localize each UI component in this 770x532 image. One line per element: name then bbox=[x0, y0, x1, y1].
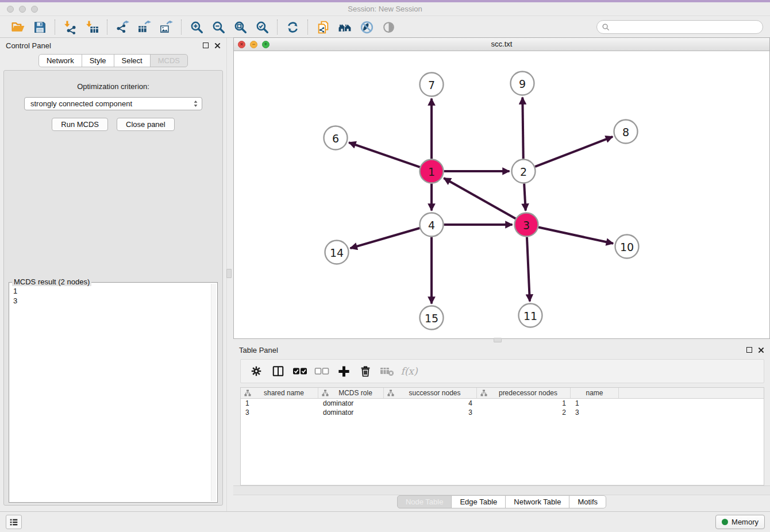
graph-edge-3-11[interactable] bbox=[527, 237, 530, 301]
tab-mcds[interactable]: MCDS bbox=[150, 54, 188, 67]
tab-style[interactable]: Style bbox=[82, 54, 114, 67]
float-table-panel-icon[interactable] bbox=[746, 347, 752, 353]
horizontal-splitter-handle[interactable] bbox=[494, 338, 502, 342]
graph-edge-2-3[interactable] bbox=[524, 183, 526, 210]
birds-eye-view-button[interactable] bbox=[378, 18, 399, 36]
zoom-selected-icon bbox=[255, 20, 270, 34]
export-table-icon bbox=[137, 20, 152, 34]
column-header-shared-name[interactable]: shared name bbox=[241, 388, 318, 398]
float-panel-icon[interactable] bbox=[203, 43, 209, 48]
app-minimize-button[interactable] bbox=[19, 6, 26, 13]
import-network-button[interactable] bbox=[59, 18, 81, 36]
main-toolbar bbox=[0, 17, 770, 38]
first-neighbors-button[interactable] bbox=[334, 18, 356, 36]
tab-network[interactable]: Network bbox=[38, 54, 82, 67]
cell-successor-nodes[interactable]: 4 bbox=[384, 399, 477, 407]
table-row[interactable]: 3 dominator 3 2 3 bbox=[241, 408, 764, 417]
graph-edge-4-14[interactable] bbox=[351, 228, 420, 248]
graph-edge-2-9[interactable] bbox=[522, 97, 523, 159]
tab-motifs[interactable]: Motifs bbox=[569, 495, 606, 508]
export-network-button[interactable] bbox=[111, 18, 133, 36]
deselect-all-button[interactable] bbox=[312, 363, 332, 380]
cell-predecessor-nodes[interactable]: 2 bbox=[477, 408, 571, 417]
node-table: shared name MCDS role successor nodes pr… bbox=[240, 387, 764, 485]
checked-boxes-icon bbox=[292, 367, 307, 376]
close-table-panel-icon[interactable] bbox=[758, 347, 764, 353]
graph-edge-1-6[interactable] bbox=[349, 142, 420, 167]
eye-icon bbox=[382, 20, 396, 34]
graph-edge-2-8[interactable] bbox=[535, 137, 613, 167]
window-maximize-button[interactable]: + bbox=[262, 41, 270, 48]
delete-column-button[interactable] bbox=[356, 363, 375, 380]
gear-icon bbox=[250, 365, 263, 377]
close-panel-icon[interactable] bbox=[214, 43, 221, 49]
add-column-button[interactable] bbox=[334, 363, 353, 380]
table-panel-title: Table Panel bbox=[239, 346, 278, 354]
column-header-name[interactable]: name bbox=[571, 388, 619, 398]
column-header-predecessor-nodes[interactable]: predecessor nodes bbox=[477, 388, 571, 398]
network-window-titlebar[interactable]: × − + scc.txt bbox=[234, 38, 769, 51]
zoom-out-button[interactable] bbox=[207, 18, 229, 36]
optimization-criterion-select[interactable]: strongly connected component bbox=[24, 97, 202, 110]
graph-node-label: 2 bbox=[520, 165, 527, 178]
cell-predecessor-nodes[interactable]: 1 bbox=[477, 399, 571, 407]
table-settings-button[interactable] bbox=[247, 363, 266, 380]
tab-select[interactable]: Select bbox=[114, 54, 151, 67]
toolbar-separator bbox=[55, 20, 55, 34]
zoom-selected-button[interactable] bbox=[251, 18, 273, 36]
cell-name[interactable]: 1 bbox=[571, 399, 619, 407]
cell-shared-name[interactable]: 3 bbox=[241, 408, 318, 417]
graph-node-label: 9 bbox=[519, 78, 526, 90]
search-input[interactable] bbox=[613, 23, 758, 32]
toolbar-separator bbox=[181, 20, 182, 34]
mcds-result-line: 1 bbox=[13, 286, 207, 296]
mcds-result-line: 3 bbox=[13, 296, 207, 306]
memory-button[interactable]: Memory bbox=[715, 515, 765, 529]
cell-successor-nodes[interactable]: 3 bbox=[384, 408, 477, 417]
vertical-splitter-handle[interactable] bbox=[226, 269, 232, 278]
cell-mcds-role[interactable]: dominator bbox=[318, 408, 384, 417]
graph-edge-3-10[interactable] bbox=[538, 228, 613, 244]
function-builder-button-disabled: f(x) bbox=[399, 363, 419, 380]
apply-layout-button[interactable] bbox=[282, 18, 303, 36]
save-session-button[interactable] bbox=[29, 18, 51, 36]
export-table-button[interactable] bbox=[133, 18, 155, 36]
zoom-in-button[interactable] bbox=[186, 18, 207, 36]
run-mcds-button[interactable]: Run MCDS bbox=[52, 118, 108, 131]
tab-network-table[interactable]: Network Table bbox=[505, 495, 569, 508]
delete-table-icon bbox=[380, 365, 395, 377]
window-close-button[interactable]: × bbox=[238, 41, 245, 48]
tab-node-table[interactable]: Node Table bbox=[397, 495, 452, 508]
table-panel: Table Panel bbox=[233, 342, 770, 511]
show-columns-button[interactable] bbox=[268, 363, 288, 380]
table-panel-footer-strip bbox=[233, 485, 770, 495]
toolbar-separator bbox=[277, 20, 278, 34]
window-minimize-button[interactable]: − bbox=[250, 41, 257, 48]
select-all-button[interactable] bbox=[290, 363, 310, 380]
cell-name[interactable]: 3 bbox=[571, 408, 619, 417]
cell-mcds-role[interactable]: dominator bbox=[318, 399, 384, 407]
cell-shared-name[interactable]: 1 bbox=[241, 399, 318, 407]
column-header-mcds-role[interactable]: MCDS role bbox=[318, 388, 384, 398]
import-table-button[interactable] bbox=[81, 18, 103, 36]
result-scrollbar[interactable] bbox=[211, 284, 216, 501]
column-header-successor-nodes[interactable]: successor nodes bbox=[384, 388, 477, 398]
network-canvas[interactable]: 1234678910111415 bbox=[234, 51, 769, 338]
status-bar: Memory bbox=[0, 511, 770, 532]
graph-edge-3-1[interactable] bbox=[444, 178, 515, 218]
task-history-button[interactable] bbox=[6, 515, 22, 529]
network-window-title: scc.txt bbox=[234, 38, 769, 51]
table-row[interactable]: 1 dominator 4 1 1 bbox=[241, 399, 764, 408]
list-icon bbox=[9, 517, 19, 527]
close-panel-button[interactable]: Close panel bbox=[117, 118, 175, 131]
app-zoom-button[interactable] bbox=[31, 6, 38, 13]
network-graph[interactable]: 1234678910111415 bbox=[234, 51, 769, 339]
brush-slash-icon bbox=[360, 20, 374, 34]
export-image-button[interactable] bbox=[155, 18, 177, 36]
zoom-fit-button[interactable] bbox=[229, 18, 251, 36]
app-close-button[interactable] bbox=[7, 6, 14, 13]
open-session-button[interactable] bbox=[7, 18, 29, 36]
graphics-details-button[interactable] bbox=[356, 18, 378, 36]
clone-network-button[interactable] bbox=[312, 18, 334, 36]
tab-edge-table[interactable]: Edge Table bbox=[451, 495, 506, 508]
